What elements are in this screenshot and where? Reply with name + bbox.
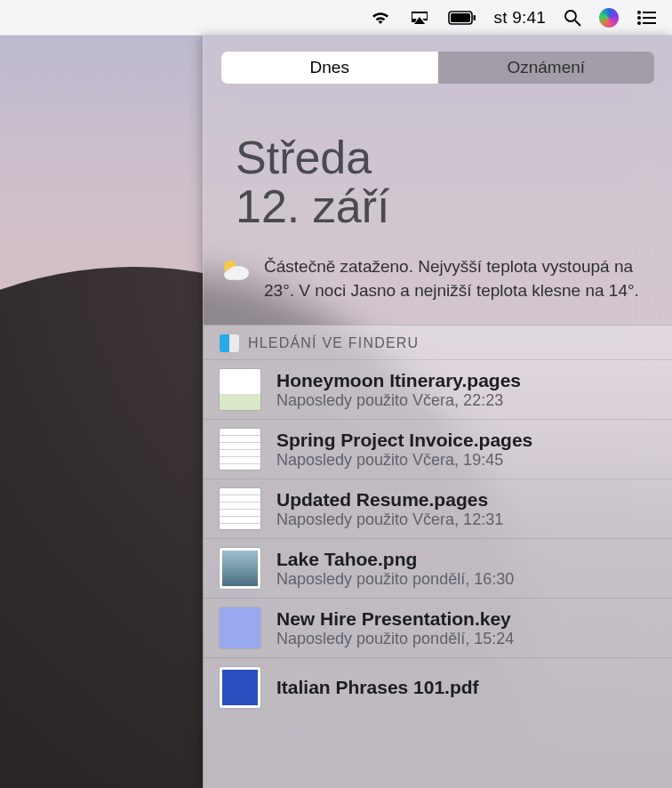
tab-today[interactable]: Dnes bbox=[221, 52, 438, 84]
list-item[interactable]: Italian Phrases 101.pdf bbox=[204, 658, 672, 717]
file-thumbnail bbox=[220, 488, 260, 529]
file-thumbnail bbox=[220, 369, 260, 410]
svg-point-7 bbox=[637, 16, 641, 20]
menubar-clock[interactable]: st 9:41 bbox=[494, 8, 546, 28]
finder-icon bbox=[220, 334, 239, 352]
svg-rect-1 bbox=[451, 13, 470, 22]
finder-widget-title: HLEDÁNÍ VE FINDERU bbox=[248, 335, 419, 351]
file-thumbnail bbox=[220, 429, 260, 470]
file-subtitle: Naposledy použito Včera, 19:45 bbox=[276, 451, 532, 470]
notification-center-panel: Dnes Oznámení Středa 12. září Částečně z… bbox=[203, 36, 672, 788]
weather-widget[interactable]: Částečně zataženo. Nejvyšší teplota vyst… bbox=[204, 246, 672, 325]
partly-cloudy-icon bbox=[220, 257, 252, 284]
file-subtitle: Naposledy použito pondělí, 16:30 bbox=[276, 570, 514, 589]
file-thumbnail bbox=[220, 607, 260, 648]
date-day-of-week: Středa bbox=[236, 133, 640, 182]
file-subtitle: Naposledy použito Včera, 12:31 bbox=[276, 511, 503, 529]
date-day-month: 12. září bbox=[236, 182, 640, 231]
svg-rect-10 bbox=[643, 22, 656, 24]
svg-rect-6 bbox=[643, 12, 656, 13]
menubar: st 9:41 bbox=[0, 0, 672, 36]
search-icon[interactable] bbox=[564, 9, 581, 27]
tab-notifications[interactable]: Oznámení bbox=[438, 52, 655, 84]
svg-point-5 bbox=[637, 11, 641, 14]
svg-point-3 bbox=[565, 11, 576, 21]
file-thumbnail bbox=[220, 667, 260, 708]
file-name: Lake Tahoe.png bbox=[276, 549, 514, 570]
wifi-icon[interactable] bbox=[370, 10, 391, 26]
file-thumbnail bbox=[220, 548, 260, 589]
tab-switcher: Dnes Oznámení bbox=[204, 36, 672, 91]
svg-rect-2 bbox=[473, 15, 476, 20]
finder-widget-header: HLEDÁNÍ VE FINDERU bbox=[204, 326, 672, 360]
list-item[interactable]: Honeymoon Itinerary.pages Naposledy použ… bbox=[204, 360, 672, 420]
file-subtitle: Naposledy použito Včera, 22:23 bbox=[276, 391, 521, 410]
finder-search-widget: HLEDÁNÍ VE FINDERU Honeymoon Itinerary.p… bbox=[204, 325, 672, 788]
file-name: New Hire Presentation.key bbox=[276, 608, 514, 630]
file-name: Spring Project Invoice.pages bbox=[276, 430, 532, 451]
file-name: Italian Phrases 101.pdf bbox=[276, 677, 479, 698]
finder-results-list: Honeymoon Itinerary.pages Naposledy použ… bbox=[204, 360, 672, 717]
file-subtitle: Naposledy použito pondělí, 15:24 bbox=[276, 630, 514, 648]
weather-text: Částečně zataženo. Nejvyšší teplota vyst… bbox=[264, 255, 649, 303]
file-name: Honeymoon Itinerary.pages bbox=[276, 370, 521, 391]
airplay-icon[interactable] bbox=[409, 10, 430, 26]
svg-line-4 bbox=[575, 20, 580, 26]
file-name: Updated Resume.pages bbox=[276, 489, 503, 511]
list-item[interactable]: Lake Tahoe.png Naposledy použito pondělí… bbox=[204, 539, 672, 599]
battery-icon[interactable] bbox=[448, 11, 476, 25]
siri-icon[interactable] bbox=[599, 8, 619, 28]
svg-point-13 bbox=[224, 269, 238, 280]
notification-center-icon[interactable] bbox=[636, 10, 656, 26]
list-item[interactable]: Updated Resume.pages Naposledy použito V… bbox=[204, 479, 672, 539]
date-header: Středa 12. září bbox=[204, 91, 672, 246]
svg-rect-8 bbox=[643, 17, 656, 19]
list-item[interactable]: Spring Project Invoice.pages Naposledy p… bbox=[204, 420, 672, 479]
svg-point-9 bbox=[637, 21, 641, 25]
list-item[interactable]: New Hire Presentation.key Naposledy použ… bbox=[204, 599, 672, 658]
